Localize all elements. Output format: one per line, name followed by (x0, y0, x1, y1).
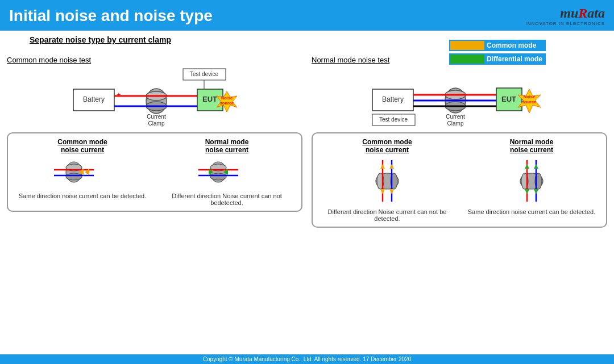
header: Initial noise and noise type muRata INNO… (0, 0, 614, 31)
left-normal-mode: Normal modenoise current Different dir (157, 138, 297, 206)
svg-text:Test device: Test device (379, 116, 408, 123)
svg-text:Test device: Test device (190, 71, 218, 77)
left-normal-title: Normal modenoise current (157, 138, 297, 154)
right-common-title: Common modenoise current (317, 138, 457, 154)
right-diagram: Normal mode noise test Battery (312, 56, 607, 130)
footer: Copyright © Murata Manufacturing Co., Lt… (0, 354, 614, 364)
footer-text: Copyright © Murata Manufacturing Co., Lt… (203, 356, 411, 362)
right-common-mode: Common modenoise current (317, 138, 457, 222)
left-normal-desc: Different direction Noise current can no… (157, 193, 297, 206)
svg-marker-74 (525, 164, 529, 169)
svg-text:Noise: Noise (524, 94, 535, 99)
svg-marker-68 (389, 164, 394, 169)
left-common-desc: Same direction noise current can be dete… (13, 193, 152, 199)
svg-marker-66 (389, 189, 394, 194)
left-common-mode: Common modenoise current Sa (13, 138, 152, 206)
svg-text:Current: Current (147, 114, 166, 120)
legend-differential-label: Differential mode (487, 55, 542, 63)
legend-common-label: Common mode (487, 41, 536, 49)
left-bottom: Common modenoise current Sa (7, 132, 302, 228)
svg-text:source: source (522, 99, 537, 104)
svg-point-48 (66, 173, 82, 180)
svg-text:source: source (220, 101, 234, 106)
left-diagram-title: Common mode noise test (7, 56, 302, 64)
bottom-section: Common modenoise current Sa (0, 132, 614, 230)
left-bottom-inner: Common modenoise current Sa (13, 138, 297, 206)
right-normal-clamp (506, 157, 557, 203)
left-diagram: Common mode noise test Test device Batte… (7, 56, 302, 130)
svg-point-55 (210, 173, 226, 180)
legend-common-box (450, 41, 484, 50)
right-normal-desc: Same direction noise current can be dete… (462, 208, 601, 215)
right-bottom: Common modenoise current (312, 132, 607, 228)
right-circuit: Battery Test device Current (371, 68, 547, 130)
right-bottom-box: Common modenoise current (312, 132, 607, 228)
right-common-desc: Different direction Noise current can no… (317, 208, 457, 222)
left-circuit: Test device Battery + − (72, 68, 237, 130)
logo-area: muRata INNOVATOR IN ELECTRONICS (525, 6, 605, 26)
svg-text:Clamp: Clamp (148, 120, 165, 127)
svg-text:Current: Current (446, 114, 465, 120)
left-common-title: Common modenoise current (13, 138, 152, 154)
svg-text:Battery: Battery (83, 95, 105, 103)
left-common-clamp (54, 157, 111, 187)
legend-area: Common mode Differential mode (449, 40, 546, 65)
svg-text:Battery: Battery (382, 95, 404, 103)
right-normal-mode: Normal modenoise current (462, 138, 601, 222)
svg-text:Noise: Noise (221, 95, 233, 101)
svg-marker-76 (525, 189, 529, 194)
left-bottom-box: Common modenoise current Sa (7, 132, 302, 212)
svg-text:EUT: EUT (501, 95, 516, 103)
svg-text:+: + (117, 90, 121, 99)
svg-text:Clamp: Clamp (447, 120, 464, 127)
svg-text:EUT: EUT (202, 95, 217, 103)
left-normal-clamp (198, 157, 255, 187)
right-common-clamp (362, 157, 413, 203)
legend-differential-box (450, 55, 484, 64)
legend-differential: Differential mode (449, 53, 546, 65)
legend-common: Common mode (449, 40, 546, 51)
svg-marker-67 (380, 164, 385, 169)
right-circuit-svg: Battery Test device Current (312, 68, 607, 130)
svg-marker-65 (380, 189, 385, 194)
right-normal-title: Normal modenoise current (462, 138, 601, 154)
left-circuit-svg: Test device Battery + − (7, 68, 302, 130)
svg-marker-77 (534, 164, 538, 169)
page-title: Initial noise and noise type (9, 7, 213, 25)
logo-sub: INNOVATOR IN ELECTRONICS (525, 21, 605, 26)
right-bottom-inner: Common modenoise current (317, 138, 601, 222)
svg-marker-75 (534, 189, 538, 194)
